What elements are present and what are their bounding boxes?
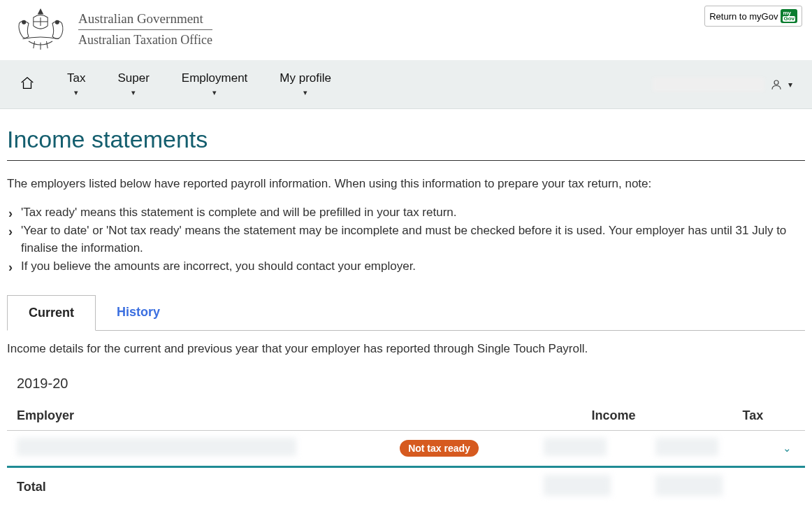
nav-super-label: Super [117, 71, 149, 85]
income-table: Employer Income Tax Not tax ready ⌄ Tota… [7, 401, 805, 506]
mygov-badge-icon: my Gov [781, 9, 797, 23]
nav-tax[interactable]: Tax ▾ [67, 71, 85, 97]
notes-list: 'Tax ready' means this statement is comp… [7, 204, 805, 276]
tab-current[interactable]: Current [7, 295, 96, 331]
svg-point-4 [774, 80, 778, 85]
expand-row-toggle[interactable]: ⌄ [783, 442, 792, 454]
intro-text: The employers listed below have reported… [7, 175, 805, 193]
nav-my-profile[interactable]: My profile ▾ [280, 71, 331, 97]
chevron-down-icon: ▾ [303, 88, 307, 97]
status-badge: Not tax ready [400, 440, 479, 457]
total-label: Total [7, 467, 390, 507]
nav-employment[interactable]: Employment ▾ [182, 71, 247, 97]
note-item: 'Year to date' or 'Not tax ready' means … [7, 222, 805, 257]
tabs: Current History [7, 295, 805, 331]
year-heading: 2019-20 [17, 376, 805, 392]
gov-logo-block: Australian Government Australian Taxatio… [10, 6, 212, 53]
home-icon [20, 76, 35, 91]
chevron-down-icon: ▾ [212, 88, 217, 97]
tab-subtext: Income details for the current and previ… [7, 342, 805, 356]
user-menu[interactable]: ▾ [653, 78, 792, 92]
total-income-redacted [544, 475, 611, 496]
col-tax: Tax [646, 401, 774, 431]
chevron-down-icon: ▾ [74, 88, 78, 97]
nav-home[interactable] [20, 76, 35, 94]
svg-point-3 [55, 20, 59, 24]
nav-employment-label: Employment [182, 71, 247, 85]
page-title: Income statements [7, 126, 805, 161]
return-to-mygov-button[interactable]: Return to myGov my Gov [704, 6, 802, 27]
return-to-mygov-label: Return to myGov [709, 11, 778, 22]
logo-text-line1: Australian Government [78, 11, 212, 30]
tab-history[interactable]: History [96, 295, 181, 330]
svg-point-2 [22, 20, 26, 24]
income-value-redacted [544, 438, 607, 456]
user-name-redacted [653, 78, 764, 92]
chevron-down-icon: ▾ [788, 80, 792, 90]
col-income: Income [534, 401, 646, 431]
user-icon [770, 78, 783, 91]
main-nav: Tax ▾ Super ▾ Employment ▾ My profile ▾ … [0, 60, 812, 109]
nav-my-profile-label: My profile [280, 71, 331, 85]
nav-tax-label: Tax [67, 71, 85, 85]
chevron-down-icon: ▾ [131, 88, 136, 97]
note-item: If you believe the amounts are incorrect… [7, 258, 805, 276]
total-row: Total [7, 467, 805, 507]
table-row: Not tax ready ⌄ [7, 431, 805, 467]
tax-value-redacted [655, 438, 718, 456]
total-tax-redacted [655, 475, 723, 496]
employer-name-redacted [17, 438, 296, 456]
logo-text-line2: Australian Taxation Office [78, 30, 212, 48]
nav-super[interactable]: Super ▾ [117, 71, 149, 97]
col-employer: Employer [7, 401, 390, 431]
coat-of-arms-icon [10, 6, 71, 53]
note-item: 'Tax ready' means this statement is comp… [7, 204, 805, 222]
